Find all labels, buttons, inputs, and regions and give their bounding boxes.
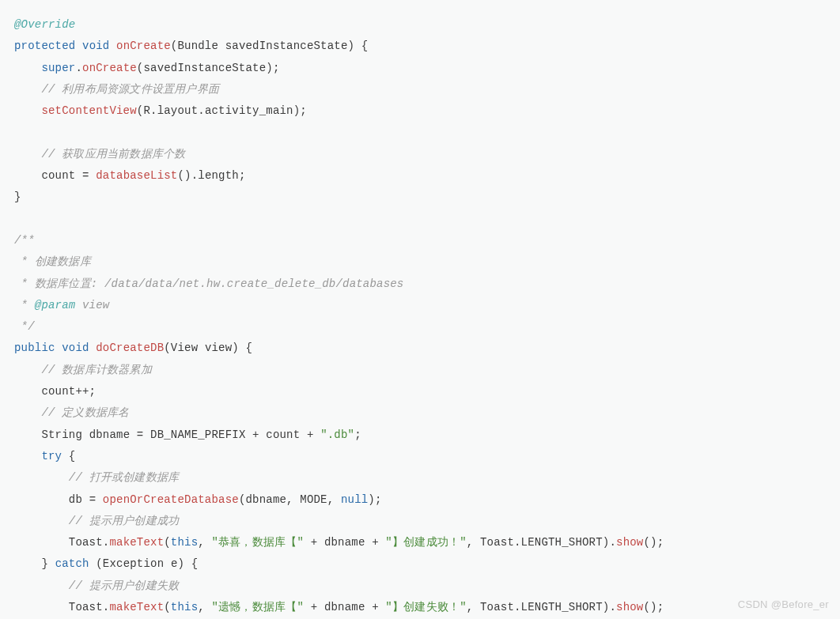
javadoc-open: /** bbox=[14, 234, 35, 247]
code-block: @Override protected void onCreate(Bundle… bbox=[0, 0, 840, 618]
type-r: R bbox=[143, 104, 150, 117]
comment-success: // 提示用户创建成功 bbox=[69, 515, 179, 527]
javadoc-param-name: view bbox=[75, 299, 109, 311]
kw-public: public bbox=[14, 342, 55, 354]
comment-counter: // 数据库计数器累加 bbox=[41, 364, 151, 376]
field-count: count bbox=[41, 169, 75, 182]
var-dbname: dbname bbox=[89, 428, 131, 441]
javadoc-param-tag: @param bbox=[35, 299, 76, 311]
const-dbprefix: DB_NAME_PREFIX bbox=[150, 428, 245, 441]
method-openorcreatedatabase: openOrCreateDatabase bbox=[103, 493, 239, 506]
const-mode: MODE bbox=[300, 493, 327, 506]
method-oncreate: onCreate bbox=[116, 40, 171, 52]
method-show-fail: show bbox=[616, 601, 643, 613]
string-fail-2: "】创建失败！" bbox=[385, 601, 466, 613]
kw-try: try bbox=[41, 450, 62, 462]
comment-layout: // 利用布局资源文件设置用户界面 bbox=[41, 83, 219, 96]
method-databaselist: databaseList bbox=[96, 169, 177, 182]
kw-null: null bbox=[341, 493, 368, 506]
const-lengthshort: LENGTH_SHORT bbox=[521, 536, 603, 549]
method-maketext-success: makeText bbox=[109, 536, 164, 549]
comment-fail: // 提示用户创建失败 bbox=[69, 579, 179, 592]
javadoc-desc2: * 数据库位置: /data/data/net.hw.create_delete… bbox=[14, 277, 403, 290]
type-string: String bbox=[41, 428, 82, 441]
annotation-override: @Override bbox=[14, 18, 75, 31]
type-view: View bbox=[171, 342, 198, 354]
type-bundle: Bundle bbox=[177, 40, 218, 52]
string-success-2: "】创建成功！" bbox=[385, 536, 466, 549]
string-db-ext: ".db" bbox=[320, 428, 354, 441]
comment-defname: // 定义数据库名 bbox=[41, 406, 129, 419]
type-exception: Exception bbox=[103, 557, 164, 570]
string-fail-1: "遗憾，数据库【" bbox=[211, 601, 304, 613]
string-success-1: "恭喜，数据库【" bbox=[211, 536, 304, 549]
kw-super: super bbox=[41, 62, 75, 74]
method-show-success: show bbox=[616, 536, 643, 549]
method-maketext-fail: makeText bbox=[109, 601, 164, 613]
javadoc-close: */ bbox=[14, 320, 35, 333]
type-toast: Toast bbox=[69, 536, 103, 549]
kw-this: this bbox=[171, 536, 198, 549]
method-super-oncreate: onCreate bbox=[82, 62, 137, 74]
kw-protected: protected bbox=[14, 40, 75, 52]
kw-void: void bbox=[82, 40, 109, 52]
method-setcontentview: setContentView bbox=[41, 104, 136, 117]
javadoc-param-prefix: * bbox=[14, 299, 35, 311]
kw-catch: catch bbox=[55, 557, 89, 570]
method-docreatedb: doCreateDB bbox=[96, 342, 164, 354]
field-db: db bbox=[69, 493, 82, 506]
param-savedinstancestate: savedInstanceState bbox=[225, 40, 348, 52]
javadoc-desc1: * 创建数据库 bbox=[14, 255, 91, 268]
comment-getcount: // 获取应用当前数据库个数 bbox=[41, 148, 185, 160]
comment-openorcreate: // 打开或创建数据库 bbox=[69, 471, 179, 484]
